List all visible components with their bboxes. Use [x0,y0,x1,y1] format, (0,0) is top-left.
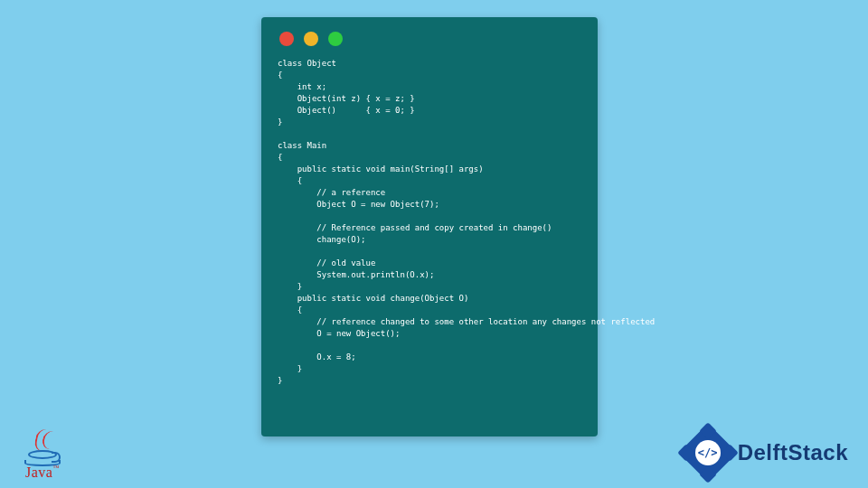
java-word-text: Java [25,465,52,480]
zoom-icon[interactable] [328,32,343,46]
window-traffic-lights [279,32,581,46]
delftstack-badge-icon: </> [684,428,732,477]
delftstack-logo: </> DelftStack [684,428,848,477]
java-wordmark: Java™ [25,465,60,481]
close-icon[interactable] [279,32,294,46]
code-listing: class Object { int x; Object(int z) { x … [278,58,581,387]
minimize-icon[interactable] [304,32,318,46]
java-cup-icon [26,450,59,463]
code-window: class Object { int x; Object(int z) { x … [261,17,598,436]
page-canvas: class Object { int x; Object(int z) { x … [0,0,868,488]
java-logo: Java™ [25,429,60,481]
delftstack-glyph: </> [695,440,721,465]
java-steam-icon [30,429,55,452]
delftstack-wordmark: DelftStack [738,440,848,465]
